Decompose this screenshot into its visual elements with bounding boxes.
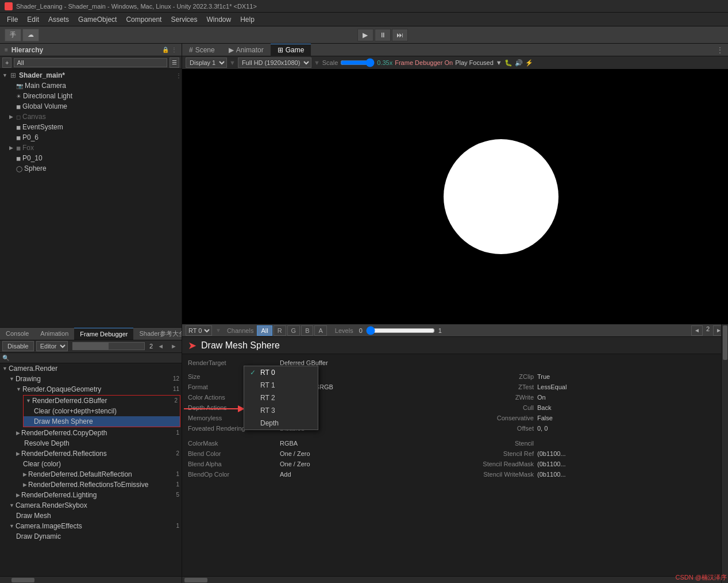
fd-image-effects[interactable]: ▼ Camera.ImageEffects 1	[0, 521, 182, 531]
levels-slider[interactable]	[366, 327, 435, 335]
menu-help[interactable]: Help	[236, 14, 259, 25]
prop2-row-0: ColorMask RGBA Stencil	[188, 438, 722, 448]
channel-r-btn[interactable]: R	[274, 325, 286, 336]
step-next[interactable]: ►	[168, 343, 179, 350]
tab-animation[interactable]: Animation	[34, 328, 74, 340]
display-select[interactable]: Display 1	[186, 57, 227, 68]
fd-arrow-2: ▼	[16, 386, 21, 392]
hierarchy-item-sphere[interactable]: ◯ Sphere	[0, 163, 182, 174]
game-tab[interactable]: ⊞ Game	[271, 44, 311, 56]
fd-resolve-depth[interactable]: Resolve Depth	[0, 438, 182, 448]
rt-select[interactable]: RT 0	[186, 325, 212, 336]
hierarchy-menu-icon[interactable]: ⋮	[171, 47, 177, 53]
vertical-scrollbar[interactable]	[721, 324, 728, 583]
menu-gameobject[interactable]: GameObject	[74, 14, 121, 25]
menu-bar: File Edit Assets GameObject Component Se…	[0, 13, 728, 26]
v-scroll-thumb[interactable]	[723, 325, 727, 360]
fd-render-opaque[interactable]: ▼ Render.OpaqueGeometry 11	[0, 384, 182, 394]
animator-tab[interactable]: ▶ Animator	[222, 44, 271, 56]
fd-search-input[interactable]	[9, 354, 179, 361]
horizontal-scrollbar[interactable]	[0, 576, 182, 583]
prop2-label2-stencil: Stencil	[465, 440, 534, 447]
dd-depth[interactable]: Depth	[244, 417, 318, 429]
scene-menu-btn[interactable]: ⋮	[176, 72, 182, 79]
fd-clear-color[interactable]: Clear (color)	[0, 459, 182, 469]
menu-assets[interactable]: Assets	[44, 14, 74, 25]
scene-tab[interactable]: # Scene	[182, 44, 222, 56]
progress-bar	[72, 342, 145, 350]
step-button[interactable]: ⏭	[392, 29, 408, 41]
hierarchy-item-canvas[interactable]: ▶ ◻ Canvas	[0, 112, 182, 122]
hierarchy-filter-btn[interactable]: ☰	[170, 57, 179, 68]
cloud-btn[interactable]: ☁	[22, 29, 39, 41]
prop2-value2-stencil-readmask: (0b1100...	[534, 461, 722, 467]
bottom-left-panel: Console Animation Frame Debugger Shader参…	[0, 327, 182, 584]
channel-b-btn[interactable]: B	[301, 325, 313, 336]
menu-window[interactable]: Window	[202, 14, 236, 25]
dd-rt0[interactable]: ✓ RT 0	[244, 366, 318, 379]
play-button[interactable]: ▶	[357, 29, 373, 41]
unity-logo	[5, 2, 13, 10]
fd-camera-render[interactable]: ▼ Camera.Render	[0, 363, 182, 374]
fd-lighting[interactable]: ▶ RenderDeferred.Lighting 5	[0, 490, 182, 500]
fd-drawing[interactable]: ▼ Drawing 12	[0, 374, 182, 384]
frame-debugger-status[interactable]: Frame Debugger On	[395, 59, 453, 66]
hierarchy-search[interactable]	[14, 58, 167, 67]
menu-edit[interactable]: Edit	[22, 14, 44, 25]
lock-icon[interactable]: 🔒	[162, 47, 169, 53]
hand-tool-btn[interactable]: 手	[5, 29, 21, 41]
detail-h-scroll-thumb[interactable]	[184, 578, 207, 582]
resolution-select[interactable]: Full HD (1920x1080)	[238, 57, 311, 68]
hierarchy-item-main-camera[interactable]: 📷 Main Camera	[0, 80, 182, 91]
dd-rt2[interactable]: RT 2	[244, 392, 318, 404]
menu-component[interactable]: Component	[121, 14, 166, 25]
fd-label-14: Draw Mesh	[16, 512, 51, 520]
fd-clear[interactable]: Clear (color+depth+stencil)	[24, 406, 180, 416]
prop2-label-blend-alpha: Blend Alpha	[188, 461, 280, 467]
step-prev[interactable]: ◄	[155, 343, 166, 350]
prop2-label2-stencil-ref: Stencil Ref	[465, 450, 534, 457]
pause-button[interactable]: ⏸	[375, 29, 391, 41]
fd-reflections-to-emissive[interactable]: ▶ RenderDeferred.ReflectionsToEmissive 1	[0, 480, 182, 490]
fd-detail-panel: RT 0 ▼ Channels All R G B A Levels 0 1 ◄…	[182, 324, 728, 583]
channel-all-btn[interactable]: All	[257, 325, 272, 336]
detail-horizontal-scrollbar[interactable]	[182, 576, 728, 583]
fd-render-deferred-gbuffer[interactable]: ▼ RenderDeferred.GBuffer 2	[24, 396, 180, 406]
editor-select[interactable]: Editor	[36, 341, 68, 351]
fd-draw-dynamic[interactable]: Draw Dynamic	[0, 531, 182, 542]
stats-icon: ⚡	[525, 59, 533, 67]
hierarchy-item-directional-light[interactable]: ☀ Directional Light	[0, 91, 182, 101]
hierarchy-item-p06[interactable]: ◼ P0_6	[0, 132, 182, 143]
fd-draw-mesh[interactable]: Draw Mesh	[0, 511, 182, 521]
h-scroll-thumb[interactable]	[11, 578, 34, 582]
fd-copy-depth[interactable]: ▶ RenderDeferred.CopyDepth 1	[0, 428, 182, 438]
viewport-menu[interactable]: ⋮	[712, 46, 728, 54]
hierarchy-item-p010[interactable]: ◼ P0_10	[0, 153, 182, 163]
tab-frame-debugger[interactable]: Frame Debugger	[74, 328, 133, 340]
rt-dropdown-overlay: ✓ RT 0 RT 1 RT 2 RT 3 Depth	[244, 366, 318, 430]
fd-label-11: RenderDeferred.ReflectionsToEmissive	[28, 481, 148, 489]
menu-file[interactable]: File	[2, 14, 22, 25]
hierarchy-item-global-volume[interactable]: ◼ Global Volume	[0, 101, 182, 112]
dd-rt1[interactable]: RT 1	[244, 379, 318, 392]
tab-console[interactable]: Console	[0, 328, 34, 340]
tab-shader-ref[interactable]: Shader参考大全	[133, 328, 182, 340]
fd-default-reflection[interactable]: ▶ RenderDeferred.DefaultReflection 1	[0, 469, 182, 480]
hierarchy-item-shader-main[interactable]: ▼ ⊞ Shader_main* ⋮	[0, 70, 182, 80]
disable-btn[interactable]: Disable	[2, 341, 34, 351]
fd-arrow-11: ▶	[23, 482, 27, 488]
prop2-value2-stencil-ref: (0b1100...	[534, 450, 722, 457]
dd-rt3[interactable]: RT 3	[244, 404, 318, 417]
hierarchy-item-eventsystem[interactable]: ◼ EventSystem	[0, 122, 182, 132]
fd-reflections[interactable]: ▶ RenderDeferred.Reflections 2	[0, 448, 182, 459]
canvas-icon: ◻	[16, 114, 21, 120]
menu-services[interactable]: Services	[166, 14, 202, 25]
add-hierarchy-btn[interactable]: +	[2, 57, 11, 68]
scale-slider[interactable]	[340, 58, 375, 67]
fd-render-skybox[interactable]: ▼ Camera.RenderSkybox	[0, 500, 182, 511]
channel-g-btn[interactable]: G	[287, 325, 301, 336]
fd-draw-mesh-sphere[interactable]: Draw Mesh Sphere	[24, 416, 180, 427]
nav-prev-btn[interactable]: ◄	[691, 325, 703, 336]
hierarchy-item-fox[interactable]: ▶ ◼ Fox	[0, 143, 182, 153]
channel-a-btn[interactable]: A	[314, 325, 326, 336]
